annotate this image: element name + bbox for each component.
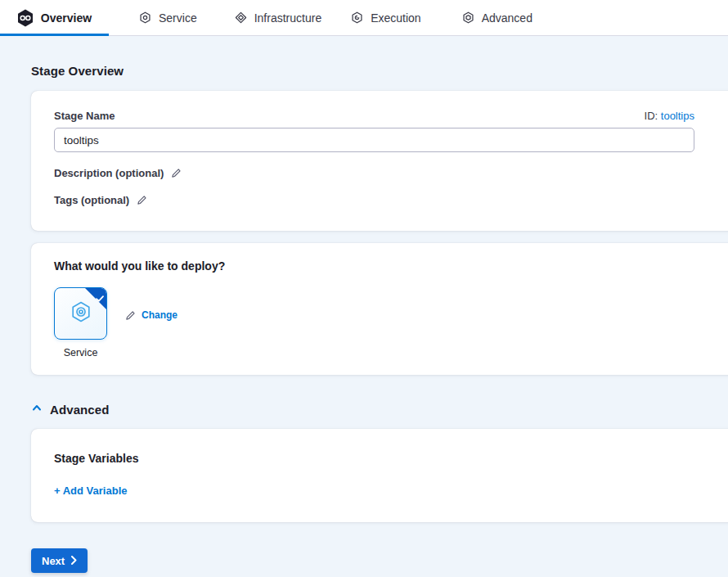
stage-name-input[interactable]: [54, 128, 694, 152]
page-title: Stage Overview: [31, 64, 728, 78]
stage-tabbar: Overview Service Infrastructure: [0, 0, 728, 36]
deploy-type-card: What would you like to deploy?: [31, 243, 728, 375]
tab-advanced[interactable]: Advanced: [462, 0, 533, 35]
add-variable-button[interactable]: + Add Variable: [54, 485, 127, 497]
stage-id-label: ID:: [645, 110, 658, 122]
change-deploy-type-button[interactable]: Change: [125, 309, 178, 321]
description-label: Description (optional): [54, 167, 164, 179]
tab-label: Service: [159, 11, 197, 25]
stage-id-value-link[interactable]: tooltips: [661, 110, 694, 122]
tab-execution[interactable]: Execution: [351, 0, 420, 35]
edit-description-icon[interactable]: [171, 168, 182, 178]
infrastructure-icon: [235, 11, 247, 24]
stage-overview-panel: Stage Overview Stage Name ID: tooltips D…: [0, 36, 728, 577]
tags-label: Tags (optional): [54, 194, 129, 206]
tab-label: Execution: [371, 11, 420, 25]
change-label: Change: [142, 309, 178, 321]
check-icon: [96, 291, 104, 306]
advanced-section-title: Advanced: [50, 403, 110, 417]
tab-service[interactable]: Service: [139, 0, 197, 35]
tags-row: Tags (optional): [54, 194, 728, 206]
service-icon: [139, 11, 151, 24]
stage-details-card: Stage Name ID: tooltips Description (opt…: [31, 91, 728, 231]
stage-variables-card: Stage Variables + Add Variable: [31, 429, 728, 522]
advanced-section-toggle[interactable]: Advanced: [31, 402, 728, 417]
advanced-icon: [462, 11, 474, 24]
tab-label: Infrastructure: [254, 11, 321, 25]
edit-tags-icon[interactable]: [137, 195, 147, 205]
stage-variables-title: Stage Variables: [54, 452, 728, 465]
tab-overview[interactable]: Overview: [0, 0, 109, 35]
service-tile-label: Service: [64, 347, 98, 358]
execution-icon: [351, 11, 363, 24]
description-row: Description (optional): [54, 167, 728, 179]
chevron-right-icon: [71, 555, 77, 567]
stage-id: ID: tooltips: [645, 110, 694, 122]
service-tile[interactable]: [54, 287, 107, 340]
stage-name-label: Stage Name: [54, 110, 115, 122]
chevron-up-icon: [31, 402, 43, 417]
overview-icon: [17, 9, 34, 27]
next-button[interactable]: Next: [31, 548, 88, 573]
deploy-question: What would you like to deploy?: [54, 259, 728, 273]
tab-label: Overview: [41, 11, 92, 25]
tab-infrastructure[interactable]: Infrastructure: [235, 0, 321, 35]
next-button-label: Next: [42, 555, 65, 567]
edit-pencil-icon: [125, 310, 136, 321]
tab-label: Advanced: [482, 11, 533, 25]
stage-name-row: Stage Name ID: tooltips: [54, 110, 694, 122]
